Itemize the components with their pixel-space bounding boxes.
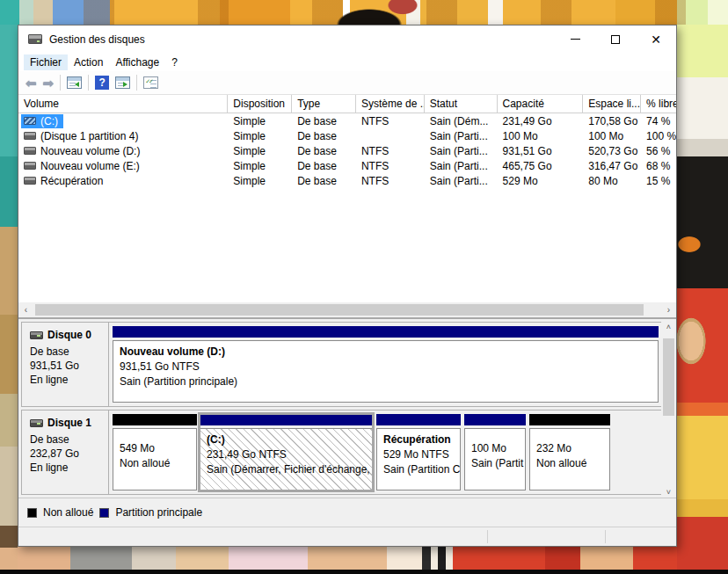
volume-label-selected[interactable]: (C:) bbox=[21, 114, 63, 128]
disk0-status: En ligne bbox=[30, 373, 108, 387]
volume-icon bbox=[24, 132, 36, 140]
disk-management-window: Gestion des disques ✕ Fichier Action Aff… bbox=[18, 25, 677, 547]
partition-color-bar bbox=[464, 414, 526, 425]
volume-label[interactable]: Récupération bbox=[21, 174, 108, 188]
background-art-right bbox=[677, 25, 728, 574]
background-black-strip bbox=[0, 570, 728, 574]
volume-list-pane: Volume Disposition Type Système de ... S… bbox=[18, 95, 676, 317]
partition-unallocated-2[interactable]: 232 Mo Non alloué bbox=[529, 414, 610, 490]
disk0-label[interactable]: Disque 0 De base 931,51 Go En ligne bbox=[22, 323, 109, 406]
partition-color-bar bbox=[113, 414, 197, 425]
checklist-icon[interactable] bbox=[143, 76, 158, 89]
window-title: Gestion des disques bbox=[49, 33, 145, 46]
forward-icon[interactable]: ➡ bbox=[43, 76, 55, 90]
col-volume[interactable]: Volume bbox=[18, 95, 228, 113]
volume-label[interactable]: Nouveau volume (E:) bbox=[21, 159, 145, 173]
partition-100mo[interactable]: 100 Mo Sain (Partit bbox=[464, 414, 526, 490]
scrollbar-thumb[interactable] bbox=[663, 338, 674, 416]
titlebar[interactable]: Gestion des disques ✕ bbox=[18, 25, 676, 53]
disk0-type: De base bbox=[30, 345, 108, 359]
menu-help[interactable]: ? bbox=[165, 54, 184, 70]
status-bar bbox=[18, 527, 676, 546]
close-button[interactable]: ✕ bbox=[636, 25, 676, 53]
partition-color-bar bbox=[376, 414, 461, 425]
volume-label[interactable]: Nouveau volume (D:) bbox=[21, 144, 145, 158]
volume-table-header: Volume Disposition Type Système de ... S… bbox=[18, 95, 676, 113]
partition-color-bar bbox=[113, 326, 659, 338]
screen: Gestion des disques ✕ Fichier Action Aff… bbox=[0, 0, 728, 574]
toolbar: ⬅ ➡ ? bbox=[18, 71, 676, 95]
scroll-left-icon[interactable]: ‹ bbox=[18, 302, 33, 317]
legend-primary-label: Partition principale bbox=[115, 506, 202, 519]
app-disk-icon bbox=[28, 34, 42, 44]
col-type[interactable]: Type bbox=[292, 95, 356, 113]
legend-primary-swatch bbox=[99, 508, 109, 518]
partition-c-selected[interactable]: (C:) 231,49 Go NTFS Sain (Démarrer, Fich… bbox=[200, 414, 373, 490]
horizontal-scrollbar[interactable]: ‹ › bbox=[18, 302, 676, 317]
partition-unallocated-1[interactable]: 549 Mo Non alloué bbox=[113, 414, 197, 490]
disk1-status: En ligne bbox=[30, 461, 108, 475]
partition-color-bar bbox=[529, 414, 610, 425]
table-row[interactable]: Nouveau volume (D:) Simple De base NTFS … bbox=[18, 143, 676, 158]
volume-icon bbox=[24, 117, 36, 125]
menu-affichage[interactable]: Affichage bbox=[109, 54, 165, 70]
partition-recuperation[interactable]: Récupération 529 Mo NTFS Sain (Partition… bbox=[376, 414, 461, 490]
statusbar-separator bbox=[605, 530, 606, 543]
scroll-right-icon[interactable]: › bbox=[661, 302, 676, 317]
disk-row-0: Disque 0 De base 931,51 Go En ligne Nouv… bbox=[21, 322, 663, 407]
partition-color-bar bbox=[200, 414, 373, 425]
menu-action[interactable]: Action bbox=[68, 54, 109, 70]
minimize-button[interactable] bbox=[555, 25, 595, 53]
background-art-left bbox=[0, 25, 18, 574]
disk-icon bbox=[30, 419, 43, 427]
toolbar-separator bbox=[88, 75, 89, 91]
background-art-top bbox=[0, 0, 728, 25]
show-action-pane-icon[interactable] bbox=[115, 76, 130, 89]
disk0-graphic: Nouveau volume (D:) 931,51 Go NTFS Sain … bbox=[109, 323, 662, 406]
col-filesystem[interactable]: Système de ... bbox=[356, 95, 425, 113]
statusbar-separator bbox=[487, 530, 488, 543]
volume-icon bbox=[24, 162, 36, 170]
col-pct-libre[interactable]: % libre bbox=[641, 95, 676, 113]
console-tree-icon[interactable] bbox=[67, 76, 82, 89]
maximize-button[interactable] bbox=[595, 25, 636, 53]
legend-unallocated-label: Non alloué bbox=[43, 506, 93, 519]
disk1-size: 232,87 Go bbox=[30, 447, 108, 461]
col-espace-libre[interactable]: Espace li... bbox=[583, 95, 641, 113]
disk1-label[interactable]: Disque 1 De base 232,87 Go En ligne bbox=[22, 411, 109, 494]
disk-row-1: Disque 1 De base 232,87 Go En ligne 549 … bbox=[21, 410, 663, 495]
col-disposition[interactable]: Disposition bbox=[228, 95, 292, 113]
col-statut[interactable]: Statut bbox=[425, 95, 498, 113]
disk-graphic-pane: Disque 0 De base 931,51 Go En ligne Nouv… bbox=[18, 317, 676, 522]
table-row[interactable]: Récupération Simple De base NTFS Sain (P… bbox=[18, 173, 676, 188]
table-row[interactable]: Nouveau volume (E:) Simple De base NTFS … bbox=[18, 158, 676, 173]
toolbar-separator bbox=[136, 75, 137, 91]
volume-label[interactable]: (Disque 1 partition 4) bbox=[21, 129, 143, 143]
volume-icon bbox=[24, 147, 36, 155]
vertical-scrollbar[interactable]: ˄ ˅ bbox=[661, 321, 676, 499]
menu-fichier[interactable]: Fichier bbox=[24, 54, 68, 70]
toolbar-separator bbox=[60, 75, 61, 91]
table-row[interactable]: (C:) Simple De base NTFS Sain (Dém... 23… bbox=[18, 113, 676, 128]
disk0-size: 931,51 Go bbox=[30, 359, 108, 373]
help-icon[interactable]: ? bbox=[95, 76, 109, 90]
disk-icon bbox=[30, 331, 43, 339]
legend-bar: Non alloué Partition principale bbox=[18, 498, 676, 527]
menubar: Fichier Action Affichage ? bbox=[18, 53, 676, 71]
volume-icon bbox=[24, 177, 36, 185]
table-row[interactable]: (Disque 1 partition 4) Simple De base Sa… bbox=[18, 128, 676, 143]
disk1-graphic: 549 Mo Non alloué (C:) 231,49 Go NTFS Sa… bbox=[109, 411, 662, 494]
disk1-type: De base bbox=[30, 432, 108, 447]
back-icon[interactable]: ⬅ bbox=[25, 76, 37, 90]
partition-d[interactable]: Nouveau volume (D:) 931,51 Go NTFS Sain … bbox=[113, 326, 659, 403]
scrollbar-thumb[interactable] bbox=[35, 304, 644, 316]
scroll-up-icon[interactable]: ˄ bbox=[661, 321, 676, 334]
legend-unallocated-swatch bbox=[27, 508, 37, 518]
col-capacite[interactable]: Capacité bbox=[498, 95, 584, 113]
